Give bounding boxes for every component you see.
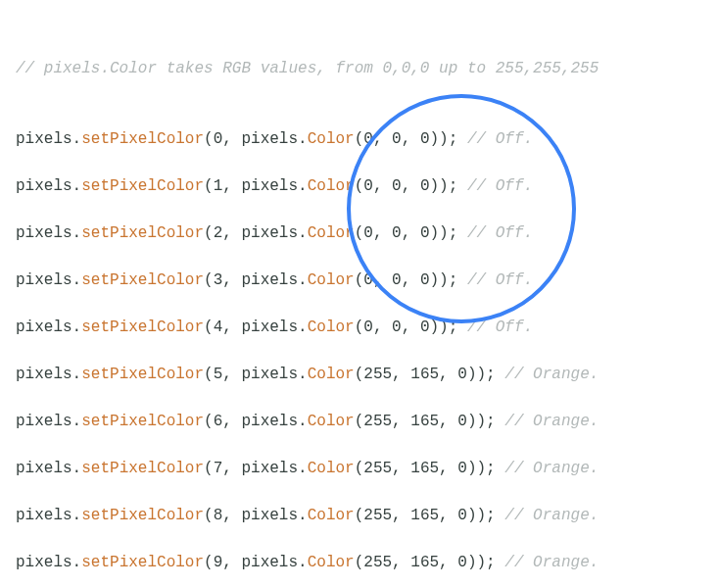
object-name: pixels. <box>16 177 81 195</box>
method-color: Color <box>308 554 355 571</box>
args-rgb: (255, 165, 0)); <box>355 554 505 571</box>
trail-comment: // Orange. <box>504 413 599 430</box>
method-color: Color <box>308 413 355 430</box>
object-name: pixels. <box>16 318 81 336</box>
method-setpixelcolor: setPixelColor <box>81 177 204 195</box>
args-open: (6, pixels. <box>204 413 308 430</box>
args-open: (4, pixels. <box>204 318 308 336</box>
trail-comment: // Off. <box>467 271 533 289</box>
trail-comment: // Orange. <box>504 554 599 571</box>
method-color: Color <box>308 224 355 242</box>
trail-comment: // Off. <box>467 224 533 242</box>
args-open: (7, pixels. <box>204 460 308 477</box>
args-rgb: (255, 165, 0)); <box>355 366 505 383</box>
method-color: Color <box>308 507 355 524</box>
code-line: pixels.setPixelColor(5, pixels.Color(255… <box>16 363 703 386</box>
code-line: pixels.setPixelColor(9, pixels.Color(255… <box>16 551 703 574</box>
code-line: pixels.setPixelColor(6, pixels.Color(255… <box>16 410 703 433</box>
trail-comment: // Orange. <box>504 366 599 383</box>
args-rgb: (0, 0, 0)); <box>355 130 467 148</box>
code-block: // pixels.Color takes RGB values, from 0… <box>16 10 703 588</box>
object-name: pixels. <box>16 366 81 383</box>
code-line: pixels.setPixelColor(4, pixels.Color(0, … <box>16 316 703 339</box>
method-setpixelcolor: setPixelColor <box>81 224 204 242</box>
method-setpixelcolor: setPixelColor <box>81 460 204 477</box>
code-line: pixels.setPixelColor(2, pixels.Color(0, … <box>16 221 703 245</box>
object-name: pixels. <box>16 413 81 430</box>
method-color: Color <box>308 366 355 383</box>
trail-comment: // Off. <box>467 318 533 336</box>
args-rgb: (255, 165, 0)); <box>355 507 505 524</box>
args-open: (9, pixels. <box>204 554 308 571</box>
code-line: pixels.setPixelColor(1, pixels.Color(0, … <box>16 174 703 198</box>
comment-header: // pixels.Color takes RGB values, from 0… <box>16 57 703 80</box>
object-name: pixels. <box>16 271 81 289</box>
method-setpixelcolor: setPixelColor <box>81 366 204 383</box>
args-rgb: (0, 0, 0)); <box>355 177 467 195</box>
object-name: pixels. <box>16 224 81 242</box>
trail-comment: // Orange. <box>504 507 599 524</box>
args-rgb: (0, 0, 0)); <box>355 271 467 289</box>
method-color: Color <box>308 460 355 477</box>
object-name: pixels. <box>16 554 81 571</box>
args-open: (5, pixels. <box>204 366 308 383</box>
args-rgb: (0, 0, 0)); <box>355 224 467 242</box>
args-rgb: (0, 0, 0)); <box>355 318 467 336</box>
method-color: Color <box>308 318 355 336</box>
method-setpixelcolor: setPixelColor <box>81 413 204 430</box>
method-setpixelcolor: setPixelColor <box>81 554 204 571</box>
method-setpixelcolor: setPixelColor <box>81 271 204 289</box>
object-name: pixels. <box>16 130 81 148</box>
args-open: (2, pixels. <box>204 224 308 242</box>
code-line: pixels.setPixelColor(3, pixels.Color(0, … <box>16 269 703 292</box>
args-rgb: (255, 165, 0)); <box>355 460 505 477</box>
code-line: pixels.setPixelColor(0, pixels.Color(0, … <box>16 127 703 151</box>
args-open: (3, pixels. <box>204 271 308 289</box>
code-line: pixels.setPixelColor(8, pixels.Color(255… <box>16 504 703 527</box>
args-open: (0, pixels. <box>204 130 308 148</box>
object-name: pixels. <box>16 460 81 477</box>
method-color: Color <box>308 177 355 195</box>
method-color: Color <box>308 130 355 148</box>
args-open: (1, pixels. <box>204 177 308 195</box>
method-color: Color <box>308 271 355 289</box>
method-setpixelcolor: setPixelColor <box>81 507 204 524</box>
args-rgb: (255, 165, 0)); <box>355 413 505 430</box>
args-open: (8, pixels. <box>204 507 308 524</box>
method-setpixelcolor: setPixelColor <box>81 130 204 148</box>
trail-comment: // Off. <box>467 177 533 195</box>
trail-comment: // Orange. <box>504 460 599 477</box>
object-name: pixels. <box>16 507 81 524</box>
code-line: pixels.setPixelColor(7, pixels.Color(255… <box>16 457 703 480</box>
trail-comment: // Off. <box>467 130 533 148</box>
method-setpixelcolor: setPixelColor <box>81 318 204 336</box>
